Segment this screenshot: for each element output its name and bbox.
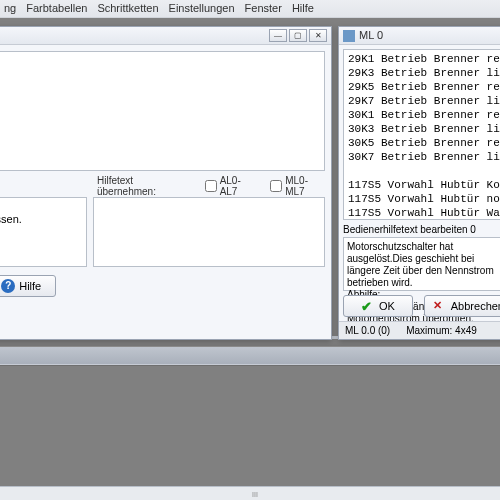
list-item: ne — [0, 138, 320, 150]
menu-item[interactable]: Farbtabellen — [26, 2, 87, 15]
menu-item[interactable]: Einstellungen — [169, 2, 235, 15]
check-icon: ✔ — [361, 299, 375, 313]
right-titlebar[interactable]: ML 0 — [339, 27, 500, 45]
help-button[interactable]: ? Hilfe — [0, 275, 56, 297]
mdi-workspace: — ▢ ✕ ne Hilfetext übernehmen: AL0-AL7 M… — [0, 18, 500, 500]
ok-button[interactable]: ✔ OK — [343, 295, 413, 317]
right-child-window: ML 0 29K1 Betrieb Brenner rechts vorne 1… — [338, 26, 500, 340]
left-child-window: — ▢ ✕ ne Hilfetext übernehmen: AL0-AL7 M… — [0, 26, 332, 340]
operator-helptext[interactable]: Motorschutzschalter hat ausgelöst.Dies g… — [343, 237, 500, 291]
edit-label: Bedienerhilfetext bearbeiten 0 — [343, 224, 500, 235]
description-textarea[interactable] — [0, 197, 87, 267]
menu-item[interactable]: Fenster — [245, 2, 282, 15]
message-list[interactable]: 29K1 Betrieb Brenner rechts vorne 1 29K3… — [343, 49, 500, 220]
menu-item[interactable]: Schrittketten — [97, 2, 158, 15]
close-icon[interactable]: ✕ — [309, 29, 327, 42]
horizontal-scrollbar[interactable]: III — [0, 486, 500, 500]
chk-ml0-ml7[interactable]: ML0-ML7 — [270, 175, 325, 197]
left-listbox[interactable]: ne — [0, 51, 325, 171]
statusbar: ML 0.0 (0) Maximum: 4x49 — [339, 321, 500, 339]
helptext-textarea[interactable] — [93, 197, 325, 267]
help-takeover-label: Hilfetext übernehmen: — [97, 175, 191, 197]
status-left: ML 0.0 (0) — [345, 325, 390, 336]
menubar: ng Farbtabellen Schrittketten Einstellun… — [0, 0, 500, 18]
scroll-grip-icon: III — [252, 491, 258, 498]
cancel-icon: ✕ — [433, 299, 447, 313]
minimize-icon[interactable]: — — [269, 29, 287, 42]
bottom-titlebar[interactable] — [0, 347, 500, 365]
chk-al0-al7[interactable]: AL0-AL7 — [205, 175, 257, 197]
help-icon: ? — [1, 279, 15, 293]
bottom-child-window: III — [0, 346, 500, 500]
menu-item[interactable]: Hilfe — [292, 2, 314, 15]
left-titlebar[interactable]: — ▢ ✕ — [0, 27, 331, 45]
cancel-button-right[interactable]: ✕ Abbrechen — [424, 295, 500, 317]
maximize-icon[interactable]: ▢ — [289, 29, 307, 42]
menu-item[interactable]: ng — [4, 2, 16, 15]
status-right: Maximum: 4x49 — [406, 325, 477, 336]
doc-icon — [343, 30, 355, 42]
